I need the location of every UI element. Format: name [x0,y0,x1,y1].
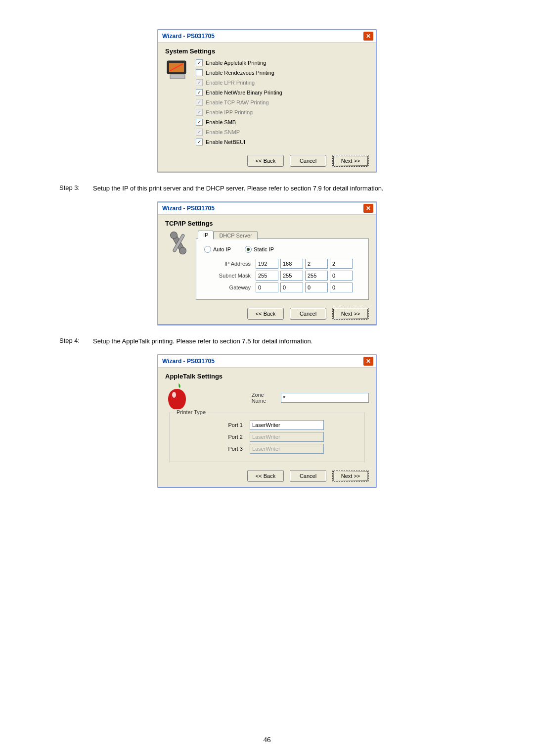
window-title: Wizard - PS031705 [162,33,215,40]
titlebar[interactable]: Wizard - PS031705 ✕ [158,355,376,368]
ip-octet[interactable]: 2 [330,259,353,269]
port-label: Port 1 : [223,422,246,428]
checkbox-label: Enable Rendezvous Printing [206,70,274,76]
window-title: Wizard - PS031705 [162,205,215,212]
close-icon[interactable]: ✕ [363,31,374,41]
zone-name-label: Zone Name [252,392,277,404]
cancel-button[interactable]: Cancel [290,308,326,320]
checkbox-label: Enable NetBEUI [206,139,245,145]
checkbox-icon: ✓ [196,79,203,86]
mask-octet[interactable]: 255 [280,271,303,281]
checkbox-row[interactable]: Enable Rendezvous Printing [196,68,369,78]
page-number: 46 [0,736,534,744]
checkbox-icon[interactable]: ✓ [196,119,203,126]
ip-address-label: IP Address [209,261,254,267]
mask-octet[interactable]: 255 [256,271,278,281]
checkbox-row[interactable]: ✓Enable Appletalk Printing [196,58,369,68]
step3-paragraph: Step 3: Setup the IP of this print serve… [59,184,475,193]
tcpip-settings-dialog: Wizard - PS031705 ✕ TCP/IP Settings [158,202,376,325]
checkbox-label: Enable SMB [206,119,236,125]
wrench-icon [165,230,196,300]
section-heading: AppleTalk Settings [165,373,369,380]
titlebar[interactable]: Wizard - PS031705 ✕ [158,202,376,215]
window-title: Wizard - PS031705 [162,358,215,365]
apple-icon [165,383,192,411]
back-button[interactable]: << Back [247,155,284,167]
checkbox-icon: ✓ [196,129,203,136]
checkbox-label: Enable Appletalk Printing [206,60,266,66]
port-input: LaserWriter [250,432,324,442]
zone-name-input[interactable]: * [281,393,369,403]
radio-static-ip[interactable]: Static IP [245,246,274,253]
checkbox-label: Enable SNMP [206,129,240,135]
subnet-mask-label: Subnet Mask [209,273,254,279]
appletalk-settings-dialog: Wizard - PS031705 ✕ AppleTalk Settings Z… [158,355,376,487]
svg-point-8 [172,392,176,398]
checkbox-icon: ✓ [196,109,203,116]
port-input[interactable]: LaserWriter [250,420,324,430]
close-icon[interactable]: ✕ [363,203,374,213]
checkbox-icon: ✓ [196,99,203,106]
next-button[interactable]: Next >> [332,155,369,167]
checkbox-label: Enable IPP Printing [206,109,253,115]
monitor-icon [165,58,196,147]
port-label: Port 3 : [223,446,246,452]
checkbox-row[interactable]: ✓Enable NetWare Binary Printing [196,88,369,97]
step4-text: Setup the AppleTalk printing. Please ref… [93,337,475,346]
close-icon[interactable]: ✕ [363,356,374,366]
port-input: LaserWriter [250,444,324,454]
ip-octet[interactable]: 192 [256,259,278,269]
system-settings-dialog: Wizard - PS031705 ✕ System Settings ✓Ena… [158,30,376,172]
port-row: Port 1 :LaserWriter [223,420,358,430]
checkbox-icon[interactable]: ✓ [196,59,203,66]
titlebar[interactable]: Wizard - PS031705 ✕ [158,30,376,43]
checkbox-row[interactable]: ✓Enable SMB [196,117,369,127]
mask-octet[interactable]: 255 [305,271,328,281]
gw-octet[interactable]: 0 [280,283,303,292]
printer-type-fieldset: Printer Type Port 1 :LaserWriterPort 2 :… [169,413,365,462]
svg-rect-3 [170,75,185,79]
fieldset-legend: Printer Type [175,409,208,415]
step4-paragraph: Step 4: Setup the AppleTalk printing. Pl… [59,337,475,346]
gw-octet[interactable]: 0 [330,283,353,292]
checkbox-row: ✓Enable TCP RAW Printing [196,97,369,107]
step4-label: Step 4: [59,337,93,346]
ip-octet[interactable]: 2 [305,259,328,269]
checkbox-icon[interactable]: ✓ [196,89,203,96]
checkbox-row: ✓Enable SNMP [196,127,369,137]
radio-auto-ip[interactable]: Auto IP [204,246,231,253]
back-button[interactable]: << Back [247,470,284,482]
checkbox-icon[interactable]: ✓ [196,139,203,145]
ip-octet[interactable]: 168 [280,259,303,269]
next-button[interactable]: Next >> [332,308,369,320]
checkbox-label: Enable LPR Printing [206,80,255,86]
gateway-label: Gateway [209,284,254,290]
port-label: Port 2 : [223,434,246,440]
cancel-button[interactable]: Cancel [290,155,326,167]
back-button[interactable]: << Back [247,308,284,320]
gw-octet[interactable]: 0 [305,283,328,292]
section-heading: TCP/IP Settings [165,220,369,227]
checkbox-label: Enable NetWare Binary Printing [206,90,282,95]
port-row: Port 2 :LaserWriter [223,432,358,442]
step3-label: Step 3: [59,184,93,193]
checkbox-row: ✓Enable IPP Printing [196,107,369,117]
checkbox-label: Enable TCP RAW Printing [206,99,269,105]
ip-tab-panel: Auto IP Static IP IP Address 192 168 2 [196,238,369,300]
checkbox-icon[interactable] [196,69,203,76]
next-button[interactable]: Next >> [332,470,369,482]
section-heading: System Settings [165,47,369,55]
step3-text: Setup the IP of this print server and th… [93,184,475,193]
mask-octet[interactable]: 0 [330,271,353,281]
tab-ip[interactable]: IP [198,231,214,239]
checkbox-row[interactable]: ✓Enable NetBEUI [196,137,369,147]
cancel-button[interactable]: Cancel [290,470,326,482]
port-row: Port 3 :LaserWriter [223,444,358,454]
checkbox-row: ✓Enable LPR Printing [196,78,369,88]
tab-dhcp[interactable]: DHCP Server [214,231,257,239]
gw-octet[interactable]: 0 [256,283,278,292]
